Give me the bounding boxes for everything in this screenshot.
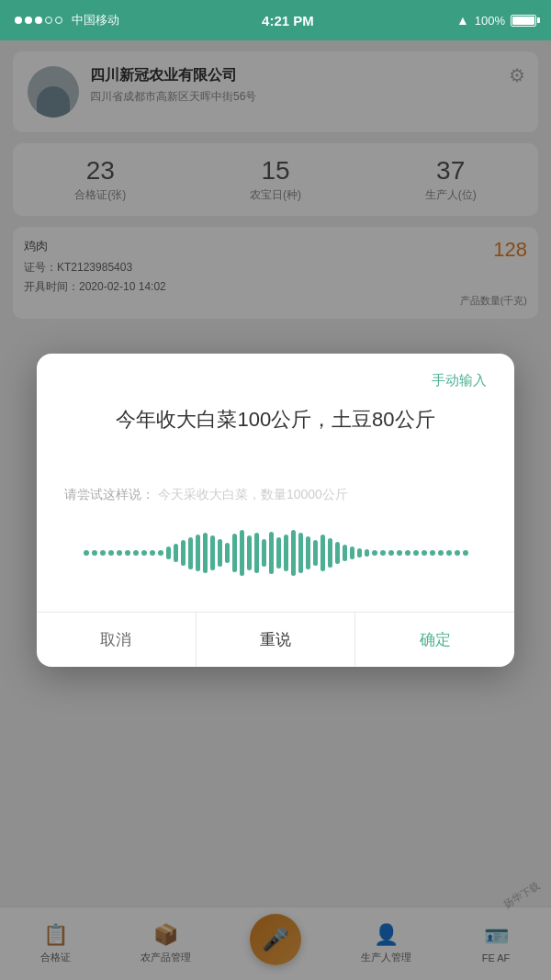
- wave-segment-14: [196, 535, 200, 571]
- dialog-body: 手动输入 今年收大白菜100公斤，土豆80公斤 请尝试这样说： 今天采收大白菜，…: [37, 354, 514, 612]
- wave-segment-34: [343, 545, 347, 561]
- dot4: [45, 17, 52, 24]
- cancel-button[interactable]: 取消: [37, 613, 196, 667]
- retry-button[interactable]: 重说: [196, 613, 355, 667]
- status-time: 4:21 PM: [262, 13, 314, 28]
- wave-segment-23: [262, 539, 266, 567]
- wave-segment-28: [298, 533, 303, 573]
- wave-segment-32: [328, 538, 332, 568]
- wave-segment-15: [203, 533, 208, 573]
- dialog-footer: 取消 重说 确定: [37, 612, 514, 667]
- wave-segment-0: [84, 550, 89, 556]
- hint-prefix: 请尝试这样说：: [64, 487, 154, 501]
- wave-segment-10: [166, 546, 171, 559]
- status-bar: 中国移动 4:21 PM ▲ 100%: [0, 0, 551, 40]
- status-right: ▲ 100%: [456, 13, 536, 28]
- wave-segment-20: [240, 530, 244, 576]
- dialog-overlay: 手动输入 今年收大白菜100公斤，土豆80公斤 请尝试这样说： 今天采收大白菜，…: [0, 40, 551, 980]
- battery-fill: [512, 17, 534, 25]
- wave-segment-6: [133, 550, 139, 556]
- wave-segment-4: [117, 550, 122, 556]
- dot1: [15, 17, 22, 24]
- wifi-icon: ▲: [456, 13, 469, 28]
- voice-transcript: 今年收大白菜100公斤，土豆80公斤: [64, 404, 487, 465]
- wave-segment-21: [247, 535, 252, 570]
- wave-segment-18: [225, 543, 230, 563]
- wave-segment-49: [463, 550, 468, 556]
- wave-segment-12: [181, 540, 186, 566]
- signal-dots: [15, 17, 62, 24]
- voice-waveform: [64, 525, 487, 580]
- wave-segment-33: [335, 542, 340, 564]
- voice-input-dialog: 手动输入 今年收大白菜100公斤，土豆80公斤 请尝试这样说： 今天采收大白菜，…: [37, 354, 514, 667]
- carrier-label: 中国移动: [72, 12, 119, 28]
- manual-input-row: 手动输入: [64, 372, 487, 389]
- wave-segment-27: [291, 530, 296, 576]
- dot3: [35, 17, 42, 24]
- wave-segment-1: [92, 550, 97, 556]
- wave-segment-37: [365, 549, 369, 557]
- dot2: [25, 17, 32, 24]
- wave-segment-43: [413, 550, 419, 556]
- wave-segment-7: [141, 550, 147, 556]
- wave-segment-13: [188, 537, 193, 569]
- battery-percent: 100%: [475, 14, 505, 28]
- wave-segment-40: [388, 550, 394, 556]
- wave-segment-31: [320, 535, 325, 571]
- battery-icon: [511, 15, 536, 27]
- wave-segment-5: [125, 550, 130, 556]
- manual-input-button[interactable]: 手动输入: [432, 372, 487, 388]
- wave-segment-39: [380, 550, 386, 556]
- status-left: 中国移动: [15, 12, 119, 28]
- wave-segment-19: [232, 534, 237, 572]
- wave-segment-26: [284, 535, 288, 571]
- wave-segment-16: [210, 535, 215, 570]
- wave-segment-3: [108, 550, 114, 556]
- wave-segment-35: [350, 546, 354, 559]
- wave-segment-24: [269, 532, 274, 574]
- wave-segment-8: [150, 550, 155, 556]
- wave-segment-44: [422, 550, 427, 556]
- wave-segment-48: [455, 550, 460, 556]
- wave-segment-29: [306, 536, 310, 569]
- dialog-hint: 请尝试这样说： 今天采收大白菜，数量10000公斤: [64, 487, 487, 503]
- hint-example: 今天采收大白菜，数量10000公斤: [158, 487, 348, 501]
- wave-segment-9: [158, 550, 163, 556]
- wave-segment-36: [357, 548, 362, 558]
- dot5: [55, 17, 62, 24]
- confirm-button[interactable]: 确定: [354, 613, 514, 667]
- wave-segment-2: [100, 550, 106, 556]
- wave-segment-17: [218, 539, 222, 567]
- wave-segment-47: [446, 550, 452, 556]
- wave-segment-42: [405, 550, 410, 556]
- wave-segment-46: [438, 550, 444, 556]
- wave-segment-38: [372, 550, 377, 556]
- wave-segment-45: [430, 550, 435, 556]
- wave-segment-22: [254, 533, 259, 573]
- wave-segment-30: [313, 540, 318, 566]
- wave-segment-11: [174, 544, 178, 562]
- wave-segment-41: [397, 550, 402, 556]
- wave-segment-25: [276, 537, 281, 569]
